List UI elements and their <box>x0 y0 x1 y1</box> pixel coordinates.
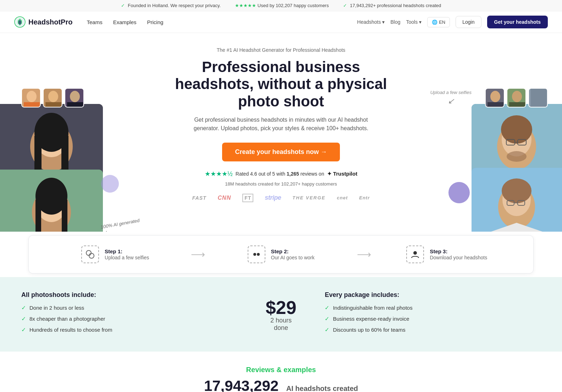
press-verge: THE VERGE <box>292 195 325 200</box>
hero-description: Get professional business headshots in m… <box>192 116 370 133</box>
svg-rect-41 <box>45 102 61 107</box>
check-icon-v1: ✓ <box>21 304 26 311</box>
step-1: Step 1: Upload a few selfies <box>43 245 187 263</box>
svg-point-40 <box>48 91 58 102</box>
svg-point-55 <box>253 253 256 256</box>
thumb-before-3 <box>65 88 84 107</box>
headshots-created-text: 18M headshots created for 102,207+ happy… <box>7 181 555 187</box>
nav-tools-dropdown[interactable]: Tools ▾ <box>406 19 422 25</box>
step-3-text: Step 3: Download your headshots <box>430 248 487 261</box>
trustpilot-rating: ★★★★½ Rated 4.6 out of 5 with 1,265 revi… <box>7 170 555 178</box>
hero-subtitle: The #1 AI Headshot Generator for Profess… <box>7 47 555 53</box>
step-2-text: Step 2: Our AI goes to work <box>271 248 315 261</box>
tp-stars: ★★★★½ <box>205 170 233 178</box>
get-headshots-button[interactable]: Get your headshots <box>487 16 548 28</box>
svg-rect-50 <box>509 102 525 107</box>
step-arrow-2: ⟶ <box>357 249 371 260</box>
logo-icon <box>14 16 26 28</box>
svg-rect-38 <box>24 102 40 107</box>
thumbnails-before <box>21 88 84 107</box>
thumb-before-2 <box>43 88 62 107</box>
banner-privacy: ✓ Founded in Holland. We respect your pr… <box>121 3 221 8</box>
steps-section: Step 1: Upload a few selfies ⟶ Step 2: O… <box>28 235 534 274</box>
check-icon-v2: ✓ <box>21 315 26 322</box>
hero-section: Upload a few selfies ↙ 100% AI generated… <box>0 33 562 232</box>
check-icon-r3: ✓ <box>325 326 329 333</box>
svg-point-54 <box>89 253 94 258</box>
nav-left-links: Teams Examples Pricing <box>87 19 163 25</box>
value-item-r2: ✓ Business expense-ready invoice <box>325 315 541 322</box>
svg-rect-44 <box>67 102 83 107</box>
step-3: Step 3: Download your headshots <box>375 245 519 263</box>
nav-teams[interactable]: Teams <box>87 19 102 25</box>
thumb-after-3 <box>528 88 548 107</box>
nav-headshots-dropdown[interactable]: Headshots ▾ <box>357 19 385 25</box>
step-2: Step 2: Our AI goes to work <box>209 245 353 263</box>
rating-text: Rated 4.6 out of 5 with 1,265 reviews on <box>236 171 324 177</box>
press-cnet: cnet <box>337 195 348 200</box>
step-2-icon <box>248 245 265 263</box>
stars-icon: ★★★★★ <box>235 3 256 8</box>
svg-point-53 <box>86 250 91 255</box>
press-cnn: CNN <box>218 195 231 201</box>
hours-done: 2 hours done <box>266 317 297 332</box>
svg-rect-17 <box>62 200 67 232</box>
check-icon-v3: ✓ <box>21 326 26 333</box>
value-item-r1: ✓ Indistinguishable from real photos <box>325 304 541 311</box>
value-right: Every package includes: ✓ Indistinguisha… <box>325 291 541 337</box>
check-icon: ✓ <box>121 3 125 8</box>
create-headshots-button[interactable]: Create your headshots now → <box>222 143 340 161</box>
step-1-icon <box>81 245 99 263</box>
reviews-section: Reviews & examples 17,943,292 AI headsho… <box>0 352 562 392</box>
svg-point-43 <box>70 91 80 102</box>
press-ft: FT <box>242 194 253 202</box>
svg-rect-16 <box>35 200 41 232</box>
step-1-text: Step 1: Upload a few selfies <box>105 248 149 261</box>
press-entrepreneur: Entr <box>359 195 370 200</box>
language-selector[interactable]: 🌐 EN <box>427 17 450 27</box>
login-button[interactable]: Login <box>456 16 481 28</box>
nav-pricing[interactable]: Pricing <box>147 19 164 25</box>
value-item-1: ✓ Done in 2 hours or less <box>21 304 237 311</box>
press-stripe: stripe <box>265 194 281 201</box>
press-logos: FAST CNN FT stripe THE VERGE cnet Entr <box>7 194 555 202</box>
svg-point-56 <box>257 253 260 256</box>
step-arrow-1: ⟶ <box>191 249 205 260</box>
value-item-2: ✓ 8x cheaper than a photographer <box>21 315 237 322</box>
svg-point-46 <box>490 91 500 102</box>
thumb-after-2 <box>507 88 526 107</box>
banner-count: ✓ 17,943,292+ professional headshots cre… <box>343 3 441 8</box>
logo[interactable]: HeadshotPro <box>14 16 72 28</box>
value-price: $29 2 hours done <box>259 297 304 332</box>
navigation: HeadshotPro Teams Examples Pricing Heads… <box>0 11 562 33</box>
press-fast: FAST <box>192 195 206 201</box>
value-left: All photoshoots include: ✓ Done in 2 hou… <box>21 291 237 337</box>
thumbnails-after <box>485 88 548 107</box>
trustpilot-logo: ✦ Trustpilot <box>327 171 358 177</box>
nav-right: Headshots ▾ Blog Tools ▾ 🌐 EN Login Get … <box>357 16 548 28</box>
value-item-r3: ✓ Discounts up to 60% for teams <box>325 326 541 333</box>
value-item-3: ✓ Hundreds of results to choose from <box>21 326 237 333</box>
chevron-down-icon: ▾ <box>382 19 385 25</box>
banner-rating: ★★★★★ Used by 102,207 happy customers <box>235 3 329 8</box>
check-icon-2: ✓ <box>343 3 347 8</box>
hero-title: Professional business headshots, without… <box>167 59 395 110</box>
chevron-down-icon-2: ▾ <box>419 19 422 25</box>
svg-rect-52 <box>531 89 547 107</box>
ai-generated-label: 100% AI generated ↙ <box>100 218 142 232</box>
svg-rect-47 <box>487 102 503 107</box>
svg-point-37 <box>27 91 37 102</box>
svg-point-49 <box>512 91 522 102</box>
thumb-after-1 <box>485 88 505 107</box>
hero-center-content: The #1 AI Headshot Generator for Profess… <box>0 40 562 202</box>
thumb-before-1 <box>21 88 41 107</box>
step-3-icon <box>406 245 424 263</box>
nav-blog[interactable]: Blog <box>390 19 400 25</box>
globe-icon: 🌐 <box>432 20 437 25</box>
upload-label: Upload a few selfies ↙ <box>430 90 472 106</box>
check-icon-r1: ✓ <box>325 304 329 311</box>
top-banner: ✓ Founded in Holland. We respect your pr… <box>0 0 562 11</box>
reviews-count: 17,943,292 AI headshots created <box>7 377 555 392</box>
svg-point-57 <box>413 251 417 255</box>
nav-examples[interactable]: Examples <box>113 19 137 25</box>
